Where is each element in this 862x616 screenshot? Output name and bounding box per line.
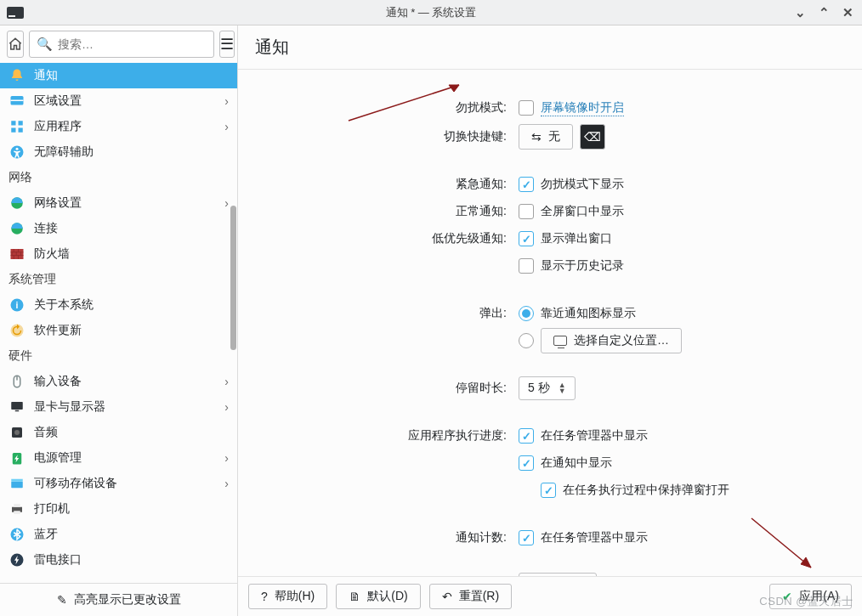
- sidebar-item-audio[interactable]: 音频: [0, 420, 237, 445]
- grid-icon: [9, 118, 26, 135]
- sidebar-item-label: 显卡与显示器: [34, 399, 216, 415]
- sidebar-item-thunderbolt[interactable]: 雷电接口: [0, 547, 237, 573]
- maximize-button[interactable]: ⌃: [816, 5, 831, 20]
- sidebar-item-locale[interactable]: 区域设置 ›: [0, 88, 237, 114]
- dnd-mirror-checkbox[interactable]: [519, 100, 534, 116]
- close-button[interactable]: ✕: [840, 5, 855, 20]
- sidebar-item-label: 打印机: [34, 501, 229, 517]
- svg-rect-1: [11, 100, 24, 102]
- apply-button[interactable]: ✔应用(A): [769, 584, 852, 609]
- svg-marker-29: [449, 85, 459, 92]
- popup-near-radio[interactable]: [519, 306, 534, 321]
- sidebar-item-label: 连接: [34, 221, 229, 236]
- popup-custom-radio[interactable]: [519, 333, 534, 348]
- svg-rect-16: [11, 402, 23, 410]
- sidebar-item-display[interactable]: 显卡与显示器 ›: [0, 394, 237, 420]
- help-button[interactable]: ?帮助(H): [248, 584, 327, 609]
- sidebar-item-firewall[interactable]: 防火墙: [0, 241, 237, 267]
- drive-icon: [9, 475, 26, 492]
- wall-icon: [9, 246, 26, 263]
- counts-checkbox[interactable]: [519, 530, 534, 545]
- section-header-hardware: 硬件: [0, 343, 237, 369]
- svg-marker-31: [801, 557, 811, 568]
- search-icon: 🔍: [37, 37, 53, 52]
- bluetooth-icon: [9, 526, 26, 543]
- progress-keep-checkbox[interactable]: [541, 483, 556, 498]
- progress-notif-text: 在通知中显示: [541, 455, 612, 471]
- svg-point-19: [14, 430, 20, 435]
- apps-configure-button[interactable]: ⇆ 配置…: [519, 573, 597, 576]
- sidebar-item-label: 网络设置: [34, 195, 216, 211]
- counts-text: 在任务管理器中显示: [541, 530, 648, 545]
- sidebar-item-connect[interactable]: 连接: [0, 216, 237, 241]
- popup-near-text: 靠近通知图标显示: [541, 306, 636, 321]
- sidebar-item-bluetooth[interactable]: 蓝牙: [0, 522, 237, 547]
- menu-button[interactable]: ☰: [219, 31, 235, 58]
- info-icon: i: [9, 297, 26, 314]
- urgent-checkbox[interactable]: [519, 177, 534, 192]
- counts-label: 通知计数:: [264, 530, 519, 545]
- clear-shortcut-button[interactable]: ⌫: [580, 124, 605, 150]
- sidebar-item-updates[interactable]: 软件更新: [0, 318, 237, 343]
- sidebar-item-notifications[interactable]: 通知: [0, 63, 237, 88]
- monitor-icon: [9, 398, 26, 415]
- sidebar-item-power[interactable]: 电源管理 ›: [0, 445, 237, 471]
- page-title: 通知: [238, 25, 862, 70]
- svg-rect-3: [19, 121, 23, 125]
- dnd-mirror-link[interactable]: 屏幕镜像时开启: [541, 100, 624, 116]
- sidebar-item-removable[interactable]: 可移动存储设备 ›: [0, 471, 237, 496]
- shortcut-button[interactable]: ⇆ 无: [519, 124, 573, 150]
- normal-checkbox[interactable]: [519, 204, 534, 219]
- pencil-icon: ✎: [57, 593, 67, 607]
- sidebar-item-accessibility[interactable]: 无障碍辅助: [0, 139, 237, 165]
- urgent-label: 紧急通知:: [264, 177, 519, 192]
- low-popup-text: 显示弹出窗口: [541, 231, 612, 246]
- sidebar-item-input[interactable]: 输入设备 ›: [0, 369, 237, 394]
- svg-rect-4: [11, 128, 15, 133]
- undo-icon: ↶: [442, 590, 452, 603]
- search-input[interactable]: [58, 37, 207, 51]
- sidebar-item-about[interactable]: i 关于本系统: [0, 292, 237, 318]
- search-input-wrapper[interactable]: 🔍: [29, 31, 214, 58]
- svg-rect-17: [15, 410, 20, 412]
- svg-point-7: [16, 148, 19, 150]
- sidebar-item-label: 关于本系统: [34, 297, 229, 313]
- check-icon: ✔: [782, 590, 792, 603]
- sidebar-item-network[interactable]: 网络设置 ›: [0, 190, 237, 216]
- svg-rect-24: [14, 504, 20, 507]
- battery-icon: [9, 449, 26, 466]
- svg-rect-5: [19, 128, 23, 133]
- minimize-button[interactable]: ⌄: [792, 5, 808, 20]
- popup-custom-button[interactable]: 选择自定义位置…: [541, 328, 682, 353]
- sidebar-item-applications[interactable]: 应用程序 ›: [0, 114, 237, 139]
- sidebar-scrollbar[interactable]: [229, 61, 237, 579]
- highlight-changed-button[interactable]: ✎ 高亮显示已更改设置: [0, 583, 237, 616]
- update-icon: [9, 322, 26, 339]
- normal-label: 正常通知:: [264, 204, 519, 219]
- home-button[interactable]: [7, 31, 24, 58]
- window-title: 通知 * — 系统设置: [0, 5, 862, 20]
- svg-rect-10: [11, 249, 24, 259]
- low-history-checkbox[interactable]: [519, 258, 534, 274]
- svg-rect-25: [14, 511, 20, 514]
- low-label: 低优先级通知:: [264, 231, 519, 246]
- globe-icon: [9, 195, 26, 212]
- spinbox-arrows[interactable]: ▲▼: [559, 382, 566, 394]
- low-popup-checkbox[interactable]: [519, 231, 534, 246]
- sidebar-item-label: 可移动存储设备: [34, 476, 216, 491]
- sidebar-item-printer[interactable]: 打印机: [0, 496, 237, 522]
- defaults-button[interactable]: 🗎默认(D): [336, 584, 420, 609]
- normal-text: 全屏窗口中显示: [541, 204, 624, 219]
- progress-notif-checkbox[interactable]: [519, 455, 534, 471]
- popup-custom-text: 选择自定义位置…: [574, 333, 669, 348]
- shortcut-label: 切换快捷键:: [264, 129, 519, 144]
- progress-taskmgr-checkbox[interactable]: [519, 428, 534, 444]
- duration-value: 5 秒: [528, 381, 550, 396]
- help-icon: ?: [261, 590, 268, 603]
- reset-button[interactable]: ↶重置(R): [429, 584, 512, 609]
- accessibility-icon: [9, 144, 26, 161]
- urgent-text: 勿扰模式下显示: [541, 177, 624, 192]
- svg-rect-22: [11, 479, 23, 482]
- thunderbolt-icon: [9, 551, 26, 568]
- duration-spinbox[interactable]: 5 秒 ▲▼: [519, 376, 576, 400]
